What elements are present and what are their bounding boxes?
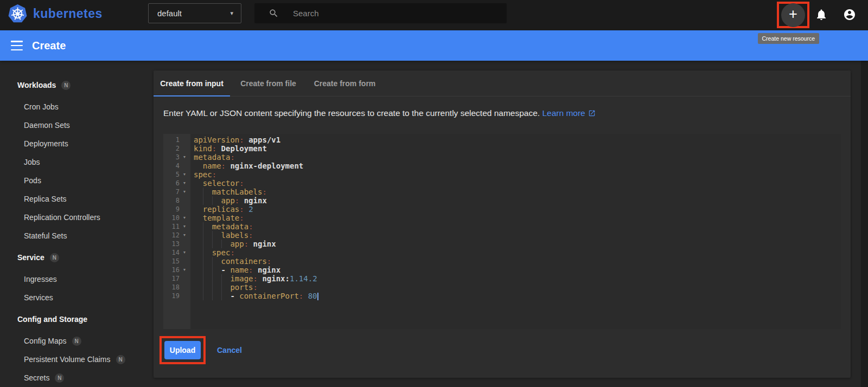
hamburger-icon	[11, 41, 23, 42]
indent-guide	[203, 257, 212, 266]
sidebar-item-daemon-sets[interactable]: Daemon Sets	[0, 116, 150, 134]
indent-guide	[203, 231, 212, 240]
sidebar-item-label: Replication Controllers	[24, 213, 100, 222]
fold-marker-icon[interactable]: ▾	[180, 231, 189, 240]
sidebar-item-ingresses[interactable]: Ingresses	[0, 270, 150, 288]
code-line: containers:	[194, 257, 841, 266]
gutter-line: 12▾	[163, 231, 190, 240]
new-badge: N	[55, 373, 64, 383]
sidebar-item-replication-controllers[interactable]: Replication Controllers	[0, 208, 150, 227]
line-number: 9	[163, 205, 180, 214]
new-badge: N	[61, 81, 71, 90]
fold-marker-icon[interactable]: ▾	[180, 170, 189, 179]
sidebar-item-jobs[interactable]: Jobs	[0, 153, 150, 171]
yaml-token: containerPort	[239, 292, 299, 300]
tab-create-from-input[interactable]: Create from input	[154, 70, 230, 96]
tab-label: Create from input	[160, 79, 224, 88]
indent-guide	[194, 240, 203, 248]
sidebar-section-workloads[interactable]: WorkloadsN	[0, 76, 150, 94]
indent-guide	[203, 283, 212, 292]
gutter-line: 13	[163, 240, 190, 248]
indent-guide	[221, 240, 231, 248]
search-icon	[269, 8, 279, 18]
yaml-token: :	[244, 240, 248, 248]
line-number: 5	[163, 170, 180, 179]
sidebar-item-pods[interactable]: Pods	[0, 171, 150, 190]
fold-marker-icon[interactable]: ▾	[180, 248, 189, 257]
tab-create-from-form[interactable]: Create from form	[307, 70, 383, 96]
yaml-token: :	[239, 214, 244, 222]
yaml-token: :	[253, 283, 258, 292]
yaml-token: apps/v1	[244, 136, 280, 144]
indent-guide	[194, 248, 203, 257]
fold-marker-icon[interactable]: ▾	[180, 214, 189, 222]
sidebar-section-service[interactable]: ServiceN	[0, 248, 150, 267]
cancel-button[interactable]: Cancel	[217, 346, 242, 354]
kubernetes-dashboard: kubernetes default ▾ + Cr	[0, 0, 868, 387]
gutter-line: 10▾	[163, 214, 190, 222]
indent-guide	[221, 274, 231, 283]
sidebar-item-deployments[interactable]: Deployments	[0, 134, 150, 153]
notifications-button[interactable]	[815, 8, 828, 21]
sidebar-item-config-maps[interactable]: Config MapsN	[0, 332, 150, 350]
fold-marker-icon[interactable]: ▾	[180, 153, 189, 162]
fold-marker-icon[interactable]: ▾	[180, 266, 189, 274]
fold-marker-icon[interactable]: ▾	[180, 179, 189, 188]
fold-marker-icon[interactable]: ▾	[180, 222, 189, 231]
sidebar-item-label: Deployments	[24, 139, 68, 148]
code-line: spec:	[194, 170, 841, 179]
yaml-editor[interactable]: 123▾45▾6▾7▾8910▾11▾12▾1314▾1516▾171819 a…	[163, 134, 841, 329]
yaml-token: Deployment	[216, 144, 267, 153]
search-input[interactable]	[293, 9, 500, 18]
indent-guide	[212, 240, 221, 248]
fold-spacer	[180, 162, 189, 170]
yaml-token: :	[239, 136, 244, 144]
menu-button[interactable]	[11, 40, 24, 51]
indent-guide	[212, 266, 221, 274]
sidebar-item-persistent-volume-claims[interactable]: Persistent Volume ClaimsN	[0, 350, 150, 369]
code-line: template:	[194, 214, 841, 222]
line-number: 4	[163, 162, 180, 170]
editor-code[interactable]: apiVersion: apps/v1kind: Deploymentmetad…	[190, 134, 841, 300]
code-line: selector:	[194, 179, 841, 188]
upload-button[interactable]: Upload	[164, 341, 201, 359]
page-scrollbar[interactable]	[861, 61, 868, 387]
line-number: 15	[163, 257, 180, 266]
sidebar-item-secrets[interactable]: SecretsN	[0, 369, 150, 387]
editor-gutter: 123▾45▾6▾7▾8910▾11▾12▾1314▾1516▾171819	[163, 134, 190, 329]
code-line: replicas: 2	[194, 205, 841, 214]
gutter-line: 18	[163, 283, 190, 292]
sidebar-item-label: Pods	[24, 176, 41, 185]
sidebar-item-label: Stateful Sets	[24, 231, 67, 240]
learn-more-link[interactable]: Learn more	[542, 107, 595, 120]
indent-guide	[203, 188, 212, 196]
yaml-token: metadata	[212, 222, 248, 231]
plus-icon: +	[789, 7, 797, 22]
brand-name: kubernetes	[33, 7, 103, 21]
learn-more-label: Learn more	[542, 107, 585, 120]
code-line: apiVersion: apps/v1	[194, 136, 841, 144]
line-number: 11	[163, 222, 180, 231]
sidebar-item-services[interactable]: Services	[0, 288, 150, 307]
sidebar-item-replica-sets[interactable]: Replica Sets	[0, 190, 150, 208]
yaml-token: app	[221, 196, 235, 205]
gutter-line: 9	[163, 205, 190, 214]
namespace-selector[interactable]: default ▾	[148, 3, 241, 23]
line-number: 13	[163, 240, 180, 248]
create-new-resource-button[interactable]: +	[781, 3, 805, 27]
annotation-box-upload: Upload	[159, 336, 206, 364]
indent-guide	[194, 257, 203, 266]
yaml-token: :	[262, 188, 266, 196]
code-line: metadata:	[194, 153, 841, 162]
sidebar-item-stateful-sets[interactable]: Stateful Sets	[0, 227, 150, 245]
account-button[interactable]	[843, 8, 856, 21]
yaml-token: nginx	[239, 196, 267, 205]
indent-guide	[203, 292, 212, 300]
kubernetes-brand[interactable]: kubernetes	[8, 4, 103, 24]
tab-create-from-file[interactable]: Create from file	[230, 70, 307, 96]
sidebar-item-cron-jobs[interactable]: Cron Jobs	[0, 98, 150, 116]
yaml-token: selector	[203, 179, 239, 188]
sidebar-section-config-and-storage[interactable]: Config and Storage	[0, 310, 150, 328]
fold-marker-icon[interactable]: ▾	[180, 188, 189, 196]
indent-guide	[194, 283, 203, 292]
